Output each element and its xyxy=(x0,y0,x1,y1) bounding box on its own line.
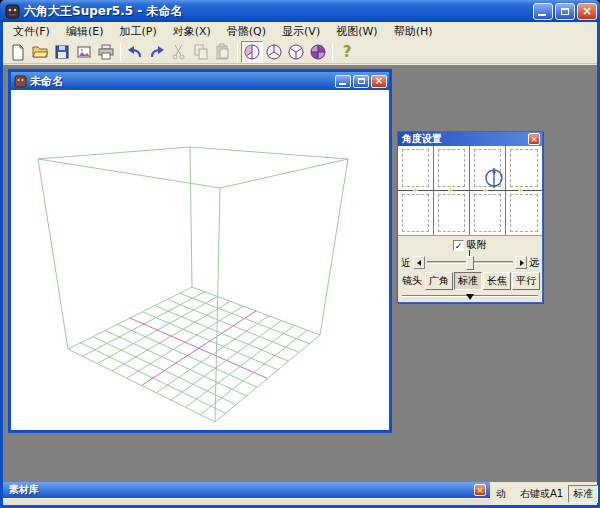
near-label: 近 xyxy=(401,256,411,270)
snap-row: ✓ 吸附 xyxy=(398,236,542,254)
app-icon xyxy=(5,4,20,19)
minimize-icon xyxy=(538,14,546,16)
angle-panel-titlebar[interactable]: 角度设置 × xyxy=(398,132,542,146)
menu-object[interactable]: 对象(X) xyxy=(165,22,219,41)
maximize-button[interactable] xyxy=(555,3,575,20)
angle-preset-grid xyxy=(398,146,542,236)
application-window: 六角大王Super5.5 - 未命名 × 文件(F) 编辑(E) 加工(P) 对… xyxy=(0,0,600,508)
menu-bone[interactable]: 骨骼(Q) xyxy=(219,22,274,41)
angle-preset-cell[interactable] xyxy=(434,191,470,236)
rotate-view-2-icon[interactable] xyxy=(263,41,285,63)
document-icon xyxy=(14,75,27,88)
toolbar-separator xyxy=(237,43,238,61)
document-titlebar[interactable]: 未命名 × xyxy=(11,72,389,90)
doc-maximize-icon xyxy=(358,78,365,84)
lens-standard-button[interactable]: 标准 xyxy=(454,272,482,290)
menu-process[interactable]: 加工(P) xyxy=(111,22,164,41)
slider-thumb[interactable] xyxy=(466,256,474,270)
right-triangle-icon xyxy=(520,260,524,266)
status-bar: 动 右键或A1 标准 xyxy=(490,482,597,505)
doc-maximize-button[interactable] xyxy=(353,75,369,88)
figure-marker xyxy=(413,188,418,193)
help-icon[interactable]: ? xyxy=(336,41,358,63)
material-library-title: 素材库 xyxy=(9,483,474,497)
paste-icon[interactable] xyxy=(212,41,234,63)
snap-label: 吸附 xyxy=(467,238,487,252)
lens-row: 镜头 广角 标准 长焦 平行 xyxy=(398,271,542,291)
angle-settings-panel: 角度设置 × xyxy=(397,131,543,303)
menu-view[interactable]: 视图(W) xyxy=(328,22,385,41)
menu-edit[interactable]: 编辑(E) xyxy=(58,22,112,41)
slider-pointer[interactable] xyxy=(466,294,474,300)
lens-wide-button[interactable]: 广角 xyxy=(425,272,453,290)
menu-file[interactable]: 文件(F) xyxy=(5,22,58,41)
lens-parallel-button[interactable]: 平行 xyxy=(512,272,540,290)
angle-panel-title: 角度设置 xyxy=(402,132,528,146)
maximize-icon xyxy=(561,8,569,15)
lens-label: 镜头 xyxy=(402,274,422,288)
slider-right-arrow[interactable] xyxy=(515,256,527,269)
image-icon[interactable] xyxy=(73,41,95,63)
angle-preset-cell[interactable] xyxy=(434,146,470,191)
snap-checkbox[interactable]: ✓ xyxy=(453,240,464,251)
status-mode: 标准 xyxy=(568,485,598,503)
distance-slider[interactable] xyxy=(427,261,513,264)
close-button[interactable]: × xyxy=(577,3,597,20)
preset-frame xyxy=(438,149,465,187)
angle-fine-slider[interactable] xyxy=(398,291,542,302)
distance-slider-row: 近 远 xyxy=(398,254,542,271)
material-library-bar[interactable]: 素材库 × xyxy=(3,482,490,498)
doc-close-button[interactable]: × xyxy=(371,75,387,88)
wireframe-cube xyxy=(11,90,389,430)
toolbar-separator xyxy=(120,43,121,61)
material-library-close-button[interactable]: × xyxy=(474,484,486,496)
menu-help[interactable]: 帮助(H) xyxy=(386,22,441,41)
menu-display[interactable]: 显示(V) xyxy=(274,22,328,41)
material-library-strip xyxy=(3,498,490,505)
angle-panel-close-button[interactable]: × xyxy=(528,133,540,145)
rotate-view-3-icon[interactable] xyxy=(285,41,307,63)
angle-preset-cell[interactable] xyxy=(506,146,542,191)
minimize-button[interactable] xyxy=(533,3,553,20)
toolbar: ? xyxy=(3,40,597,64)
status-left: 动 xyxy=(496,487,506,501)
print-icon[interactable] xyxy=(95,41,117,63)
document-window: 未命名 × xyxy=(8,69,392,433)
slider-left-arrow[interactable] xyxy=(413,256,425,269)
figure-marker xyxy=(448,188,453,193)
angle-preset-cell[interactable] xyxy=(506,191,542,236)
sphere-view-icon[interactable] xyxy=(307,41,329,63)
preset-frame xyxy=(402,194,429,233)
preset-frame xyxy=(510,194,538,233)
rotate-view-1-icon[interactable] xyxy=(241,41,263,63)
open-folder-icon[interactable] xyxy=(29,41,51,63)
status-hint: 右键或A1 xyxy=(520,487,563,501)
bottom-bar: 素材库 × 动 右键或A1 标准 xyxy=(3,482,597,505)
angle-preset-cell[interactable] xyxy=(398,191,434,236)
save-icon[interactable] xyxy=(51,41,73,63)
far-label: 远 xyxy=(529,256,539,270)
preset-frame xyxy=(474,194,501,233)
svg-text:?: ? xyxy=(343,43,352,61)
document-title: 未命名 xyxy=(30,74,335,89)
figure-marker xyxy=(518,188,523,193)
camera-angle-indicator[interactable] xyxy=(484,168,504,188)
figure-marker xyxy=(483,188,488,193)
preset-frame xyxy=(510,149,538,187)
doc-minimize-icon xyxy=(339,83,346,85)
left-triangle-icon xyxy=(417,260,421,266)
lens-telephoto-button[interactable]: 长焦 xyxy=(483,272,511,290)
toolbar-separator xyxy=(332,43,333,61)
preset-frame xyxy=(438,194,465,233)
redo-icon[interactable] xyxy=(146,41,168,63)
cut-icon[interactable] xyxy=(168,41,190,63)
angle-preset-cell[interactable] xyxy=(398,146,434,191)
angle-preset-cell[interactable] xyxy=(470,191,506,236)
viewport-3d[interactable] xyxy=(11,90,389,430)
new-file-icon[interactable] xyxy=(7,41,29,63)
undo-icon[interactable] xyxy=(124,41,146,63)
titlebar[interactable]: 六角大王Super5.5 - 未命名 × xyxy=(0,0,600,22)
copy-icon[interactable] xyxy=(190,41,212,63)
doc-minimize-button[interactable] xyxy=(335,75,351,88)
window-body: 文件(F) 编辑(E) 加工(P) 对象(X) 骨骼(Q) 显示(V) 视图(W… xyxy=(0,22,600,508)
